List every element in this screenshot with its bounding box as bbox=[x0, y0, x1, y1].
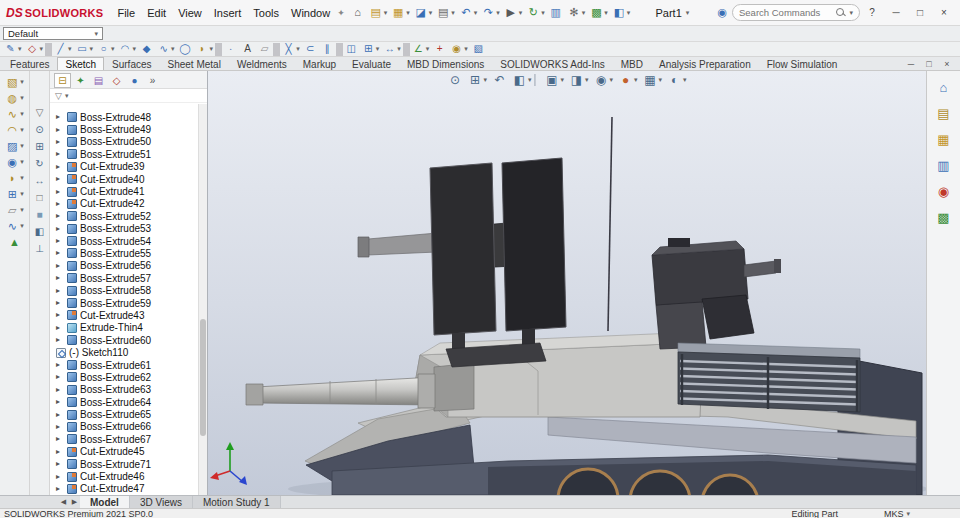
open-file-icon[interactable]: ▦ ▾ bbox=[389, 5, 412, 21]
expand-arrow-icon[interactable]: ▸ bbox=[56, 485, 64, 493]
expand-arrow-icon[interactable]: ▸ bbox=[56, 423, 64, 431]
tabs-scroll-left-icon[interactable]: ◀ bbox=[58, 496, 69, 508]
armor-panel-right[interactable] bbox=[502, 158, 566, 331]
ribbon-tab[interactable]: Analysis Preparation bbox=[651, 57, 759, 70]
ribbon-tab[interactable]: SOLIDWORKS Add-Ins bbox=[492, 57, 612, 70]
rotate-view-icon[interactable]: ↻ bbox=[31, 156, 48, 171]
search-dropdown-icon[interactable]: ▾ bbox=[849, 9, 853, 17]
wireframe-icon[interactable]: □ bbox=[31, 190, 48, 205]
section-view-icon[interactable]: ◧ ▾ bbox=[510, 72, 534, 88]
tree-item[interactable]: ▸ Boss-Extrude54 bbox=[50, 235, 198, 247]
document-tab[interactable]: Model bbox=[80, 496, 130, 508]
search-commands-input[interactable] bbox=[739, 7, 833, 18]
dropdown-arrow-icon[interactable]: ▾ bbox=[397, 45, 401, 53]
close-document-icon[interactable]: × bbox=[938, 59, 956, 69]
rectangle-icon[interactable]: ▭ ▾ bbox=[74, 42, 96, 57]
dropdown-arrow-icon[interactable]: ▾ bbox=[496, 9, 500, 17]
dropdown-arrow-icon[interactable]: ▾ bbox=[483, 76, 487, 84]
circle-icon[interactable]: ○ ▾ bbox=[95, 42, 117, 57]
line-icon[interactable]: ╱ ▾ bbox=[52, 42, 74, 57]
view-settings-icon[interactable]: ◐ ▾ bbox=[665, 72, 689, 88]
linear-pattern-icon[interactable]: ⊞ ▾ bbox=[4, 187, 25, 201]
viewport-3d[interactable] bbox=[208, 71, 926, 495]
section-icon[interactable]: ◧ bbox=[31, 224, 48, 239]
menu-item[interactable]: View bbox=[172, 5, 208, 21]
display-style-icon[interactable]: ◨ ▾ bbox=[567, 72, 591, 88]
configurationmanager-tab[interactable]: ▤ bbox=[90, 73, 107, 88]
ribbon-tab[interactable]: Sketch bbox=[57, 57, 104, 70]
dropdown-arrow-icon[interactable]: ▾ bbox=[20, 190, 24, 198]
menu-item[interactable]: Window bbox=[285, 5, 336, 21]
point-icon[interactable]: ∙ bbox=[222, 42, 239, 57]
ribbon-tab[interactable]: MBD bbox=[613, 57, 651, 70]
expand-arrow-icon[interactable]: ▸ bbox=[56, 138, 64, 146]
ribbon-tab[interactable]: Flow Simulation bbox=[759, 57, 846, 70]
select-icon[interactable]: ▶ ▾ bbox=[502, 5, 525, 21]
normal-to-icon[interactable]: ⊥ bbox=[31, 241, 48, 256]
dropdown-arrow-icon[interactable]: ▾ bbox=[464, 45, 468, 53]
login-icon[interactable]: ◉ bbox=[717, 6, 727, 19]
expand-arrow-icon[interactable]: ▸ bbox=[56, 386, 64, 394]
dropdown-arrow-icon[interactable]: ▾ bbox=[610, 76, 614, 84]
dropdown-arrow-icon[interactable]: ▾ bbox=[133, 45, 137, 53]
expand-arrow-icon[interactable]: ▸ bbox=[56, 126, 64, 134]
rws-sight[interactable] bbox=[668, 238, 690, 247]
expand-arrow-icon[interactable]: ▸ bbox=[56, 398, 64, 406]
dropdown-arrow-icon[interactable]: ▾ bbox=[429, 9, 433, 17]
tree-item[interactable]: ▸ Cut-Extrude39 bbox=[50, 161, 198, 173]
tree-scrollbar[interactable] bbox=[198, 104, 207, 495]
expand-arrow-icon[interactable]: ▸ bbox=[56, 435, 64, 443]
previous-view-icon[interactable]: ↶ bbox=[490, 72, 509, 88]
file-explorer-icon[interactable]: ▦ bbox=[932, 129, 956, 149]
fillet-icon[interactable]: ◗ ▾ bbox=[4, 171, 25, 185]
curves-icon[interactable]: ∿ ▾ bbox=[4, 219, 25, 233]
tree-item[interactable]: ▸ Cut-Extrude42 bbox=[50, 198, 198, 210]
sketch-fillet-icon[interactable]: ◗ ▾ bbox=[194, 42, 216, 57]
dropdown-arrow-icon[interactable]: ▾ bbox=[582, 9, 586, 17]
new-file-icon[interactable]: ▤ ▾ bbox=[367, 5, 390, 21]
display-settings-icon[interactable]: ◧ ▾ bbox=[610, 5, 633, 21]
expand-arrow-icon[interactable]: ▸ bbox=[56, 262, 64, 270]
document-tab[interactable]: 3D Views bbox=[130, 496, 193, 508]
dropdown-arrow-icon[interactable]: ▾ bbox=[406, 9, 410, 17]
tree-item[interactable]: ▸ Boss-Extrude48 bbox=[50, 111, 198, 123]
polygon-icon[interactable]: ◆ bbox=[138, 42, 155, 57]
custom-properties-icon[interactable]: ▩ bbox=[932, 207, 956, 227]
displaymanager-tab[interactable]: ● bbox=[126, 73, 143, 88]
design-library-icon[interactable]: ▤ bbox=[932, 103, 956, 123]
tree-item[interactable]: ▸ Boss-Extrude57 bbox=[50, 272, 198, 284]
expand-arrow-icon[interactable]: ▸ bbox=[56, 411, 64, 419]
redo-icon[interactable]: ↷ ▾ bbox=[479, 5, 502, 21]
tree-item[interactable]: ▸ Boss-Extrude55 bbox=[50, 247, 198, 259]
arc-icon[interactable]: ◠ ▾ bbox=[117, 42, 139, 57]
expand-arrow-icon[interactable]: ▸ bbox=[56, 361, 64, 369]
tabs-scroll-right-icon[interactable]: ▶ bbox=[69, 496, 80, 508]
expand-arrow-icon[interactable]: ▸ bbox=[56, 249, 64, 257]
extruded-cut-icon[interactable]: ▨ ▾ bbox=[4, 139, 25, 153]
minimize-document-icon[interactable]: ─ bbox=[902, 59, 920, 69]
linear-sketch-pattern-icon[interactable]: ⊞ ▾ bbox=[360, 42, 382, 57]
tree-item[interactable]: ▸ Boss-Extrude59 bbox=[50, 297, 198, 309]
undo-icon[interactable]: ↶ ▾ bbox=[457, 5, 480, 21]
dropdown-arrow-icon[interactable]: ▾ bbox=[528, 76, 532, 84]
pan-icon[interactable]: ↔ bbox=[31, 173, 48, 188]
dropdown-arrow-icon[interactable]: ▾ bbox=[20, 110, 24, 118]
plane-icon[interactable]: ▱ bbox=[256, 42, 273, 57]
tree-item[interactable]: ▸ Cut-Extrude43 bbox=[50, 309, 198, 321]
expand-arrow-icon[interactable]: ▸ bbox=[56, 225, 64, 233]
mirror-entities-icon[interactable]: ◫ bbox=[343, 42, 360, 57]
dropdown-arrow-icon[interactable]: ▾ bbox=[111, 45, 115, 53]
extruded-boss-icon[interactable]: ▧ ▾ bbox=[4, 75, 25, 89]
tree-item[interactable]: ▸ Boss-Extrude49 bbox=[50, 123, 198, 135]
expand-arrow-icon[interactable]: ▸ bbox=[56, 373, 64, 381]
dropdown-arrow-icon[interactable]: ▾ bbox=[683, 76, 687, 84]
offset-entities-icon[interactable]: ∥ bbox=[319, 42, 336, 57]
expand-arrow-icon[interactable]: ▸ bbox=[56, 287, 64, 295]
tree-item[interactable]: ▸ Boss-Extrude52 bbox=[50, 210, 198, 222]
dropdown-arrow-icon[interactable]: ▾ bbox=[171, 45, 175, 53]
expand-arrow-icon[interactable]: ▸ bbox=[56, 274, 64, 282]
ribbon-tab[interactable]: Features bbox=[2, 57, 57, 70]
ribbon-tab[interactable]: Sheet Metal bbox=[160, 57, 229, 70]
expand-arrow-icon[interactable]: ▸ bbox=[56, 448, 64, 456]
smart-dimension-icon[interactable]: ◇ ▾ bbox=[24, 42, 46, 57]
